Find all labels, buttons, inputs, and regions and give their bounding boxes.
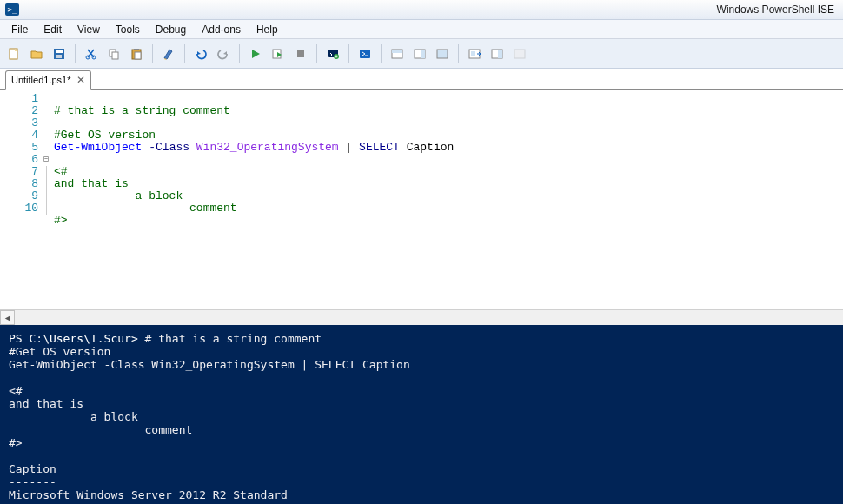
svg-rect-24 — [498, 50, 502, 58]
powershell-icon: >_ — [5, 3, 19, 16]
file-tab-label: Untitled1.ps1* — [11, 75, 71, 85]
file-tab[interactable]: Untitled1.ps1* ✕ — [5, 70, 91, 90]
show-command-window-button[interactable] — [464, 43, 485, 64]
menu-addons[interactable]: Add-ons — [194, 22, 249, 37]
show-command-addon-button[interactable] — [487, 43, 508, 64]
code-area[interactable]: # that is a string comment #Get OS versi… — [54, 90, 843, 309]
menu-bar: File Edit View Tools Debug Add-ons Help — [0, 20, 843, 39]
script-editor[interactable]: 123 456 789 10 ⊟ # that is a string comm… — [0, 90, 843, 309]
console-pane[interactable]: PS C:\Users\I.Scur> # that is a string c… — [0, 325, 843, 504]
toolbar-separator — [239, 44, 240, 63]
svg-rect-2 — [56, 50, 63, 53]
menu-edit[interactable]: Edit — [36, 22, 70, 37]
copy-button[interactable] — [103, 43, 124, 64]
stop-button[interactable] — [290, 43, 311, 64]
new-remote-tab-button[interactable] — [322, 43, 343, 64]
paste-button[interactable] — [126, 43, 147, 64]
code-line: <# — [54, 165, 68, 178]
toolbar-separator — [152, 44, 153, 63]
menu-tools[interactable]: Tools — [108, 22, 148, 37]
save-button[interactable] — [49, 43, 70, 64]
open-file-button[interactable] — [26, 43, 47, 64]
run-button[interactable] — [245, 43, 266, 64]
layout-script-max-button[interactable] — [432, 43, 453, 64]
svg-rect-17 — [392, 50, 402, 53]
svg-rect-19 — [421, 50, 425, 58]
toolbar-separator — [458, 44, 459, 63]
svg-rect-9 — [134, 49, 139, 50]
toolbar-separator — [75, 44, 76, 63]
fold-column: ⊟ — [43, 90, 54, 309]
layout-script-right-button[interactable] — [409, 43, 430, 64]
code-line: and that is — [54, 177, 129, 190]
toolbar-separator — [316, 44, 317, 63]
toolbar — [0, 39, 843, 69]
close-tab-icon[interactable]: ✕ — [76, 74, 85, 86]
layout-script-top-button[interactable] — [387, 43, 408, 64]
cut-button[interactable] — [81, 43, 102, 64]
menu-view[interactable]: View — [70, 22, 108, 37]
clear-button[interactable] — [158, 43, 179, 64]
code-line: a block — [54, 189, 183, 202]
window-title: Windows PowerShell ISE — [717, 3, 838, 16]
toolbar-separator — [381, 44, 382, 63]
svg-rect-22 — [471, 51, 475, 56]
menu-file[interactable]: File — [3, 22, 36, 37]
title-bar: >_ Windows PowerShell ISE — [0, 0, 843, 20]
code-line: # that is a string comment — [54, 104, 230, 117]
svg-rect-25 — [514, 50, 525, 58]
toolbar-separator — [184, 44, 185, 63]
file-tab-strip: Untitled1.ps1* ✕ — [0, 69, 843, 90]
svg-rect-20 — [437, 50, 448, 58]
line-number-gutter: 123 456 789 10 — [0, 90, 43, 309]
console-command: # that is a string comment — [145, 332, 322, 345]
show-toolbar-button[interactable] — [509, 43, 530, 64]
console-prompt: PS C:\Users\I.Scur> — [9, 332, 145, 345]
start-powershell-button[interactable] — [355, 43, 375, 64]
code-line: #> — [54, 214, 68, 227]
scroll-left-icon[interactable]: ◄ — [0, 310, 15, 325]
undo-button[interactable] — [190, 43, 211, 64]
console-output: #Get OS version Get-WmiObject -Class Win… — [9, 345, 410, 501]
fold-toggle-icon[interactable]: ⊟ — [43, 154, 54, 166]
svg-rect-7 — [112, 52, 118, 59]
code-line: Get-WmiObject -Class Win32_OperatingSyst… — [54, 141, 454, 154]
menu-help[interactable]: Help — [249, 22, 286, 37]
code-line: comment — [54, 202, 237, 215]
toolbar-separator — [348, 44, 349, 63]
horizontal-scrollbar[interactable]: ◄ — [0, 309, 843, 325]
redo-button[interactable] — [213, 43, 234, 64]
run-selection-button[interactable] — [268, 43, 289, 64]
svg-rect-12 — [297, 50, 304, 57]
code-line: #Get OS version — [54, 129, 156, 142]
new-file-button[interactable] — [3, 43, 24, 64]
menu-debug[interactable]: Debug — [148, 22, 194, 37]
svg-rect-10 — [135, 52, 141, 59]
svg-rect-3 — [56, 55, 62, 58]
